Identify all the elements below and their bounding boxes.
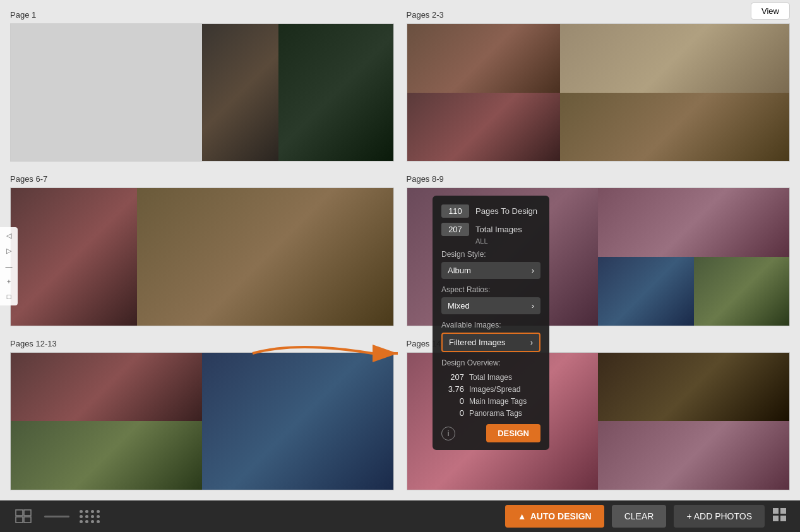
pages1415-img-bot[interactable] xyxy=(598,421,789,490)
dot-12 xyxy=(97,520,100,523)
pages23-section: Pages 2-3 xyxy=(407,10,791,162)
dot-10 xyxy=(85,520,88,523)
pages67-img-left[interactable] xyxy=(11,188,137,325)
dot-4 xyxy=(97,510,100,513)
dot-2 xyxy=(85,510,88,513)
sidebar-icon-1[interactable]: ◁ xyxy=(3,230,15,242)
sidebar-icon-2[interactable]: ▷ xyxy=(3,245,15,257)
pages89-label: Pages 8-9 xyxy=(407,174,791,184)
pages23-img-party[interactable] xyxy=(560,93,789,162)
bottom-toolbar: ▲ AUTO DESIGN CLEAR + ADD PHOTOS xyxy=(0,500,800,532)
toolbar-left xyxy=(13,507,100,526)
page1-left-blank xyxy=(11,24,202,161)
pages-to-design-label: Pages To Design xyxy=(475,206,537,216)
svg-rect-1 xyxy=(16,510,23,516)
pages23-left xyxy=(407,24,560,161)
overview-row-2: 0 Main Image Tags xyxy=(441,396,540,406)
total-images-input[interactable] xyxy=(441,223,469,236)
add-photos-button[interactable]: + ADD PHOTOS xyxy=(674,505,765,528)
aspect-ratios-section-label: Aspect Ratios: xyxy=(441,285,540,294)
clear-button[interactable]: CLEAR xyxy=(612,505,667,528)
overview-num-0: 207 xyxy=(441,372,464,382)
dot-1 xyxy=(80,510,83,513)
dot-8 xyxy=(97,515,100,518)
pages67-img-right[interactable] xyxy=(137,188,393,325)
overview-text-0: Total Images xyxy=(469,373,512,382)
pages23-img-feet[interactable] xyxy=(407,24,560,93)
overview-num-2: 0 xyxy=(441,396,464,406)
design-style-dropdown[interactable]: Album › xyxy=(441,262,540,279)
sidebar-icon-4[interactable]: + xyxy=(3,275,15,288)
aspect-ratios-value: Mixed xyxy=(448,301,470,310)
available-images-value: Filtered Images xyxy=(449,338,506,347)
info-icon[interactable]: i xyxy=(441,427,455,440)
svg-rect-2 xyxy=(24,510,31,516)
main-content: Page 1 Pages 2-3 Pages 6-7 xyxy=(0,0,800,500)
pages-to-design-input[interactable] xyxy=(441,204,469,218)
overview-text-2: Main Image Tags xyxy=(469,397,527,406)
pages67-spread[interactable] xyxy=(10,187,394,326)
design-button[interactable]: DESIGN xyxy=(486,424,540,442)
dot-3 xyxy=(91,510,94,513)
pages67-label: Pages 6-7 xyxy=(10,174,394,184)
design-style-arrow: › xyxy=(532,266,534,275)
auto-design-label: AUTO DESIGN xyxy=(530,511,592,521)
pages23-img-room[interactable] xyxy=(560,24,789,93)
dot-9 xyxy=(80,520,83,523)
total-images-label: Total Images xyxy=(475,225,522,234)
pages1213-img-right[interactable] xyxy=(202,353,393,490)
svg-rect-4 xyxy=(24,517,31,523)
page1-img-ganesha[interactable] xyxy=(202,24,278,161)
pages67-section: Pages 6-7 xyxy=(10,174,394,326)
left-sidebar: ◁ ▷ — + □ xyxy=(0,227,18,305)
pages89-right-bot xyxy=(598,257,789,326)
popup-panel: Pages To Design Total Images ALL Design … xyxy=(433,196,549,450)
svg-rect-7 xyxy=(773,516,779,521)
available-images-dropdown[interactable]: Filtered Images › xyxy=(441,333,540,352)
toolbar-layout-icon[interactable] xyxy=(13,507,34,526)
auto-design-icon: ▲ xyxy=(518,511,527,521)
dot-6 xyxy=(85,515,88,518)
overview-num-3: 0 xyxy=(441,408,464,418)
page1-img-tree[interactable] xyxy=(278,24,393,161)
pages89-right xyxy=(598,188,789,325)
auto-design-button[interactable]: ▲ AUTO DESIGN xyxy=(505,505,604,528)
sidebar-icon-5[interactable]: □ xyxy=(3,290,15,303)
design-style-value: Album xyxy=(448,266,471,275)
design-overview-label: Design Overview: xyxy=(441,358,540,367)
grid-icon-svg xyxy=(772,507,787,523)
svg-rect-3 xyxy=(16,517,23,523)
pages1213-spread[interactable] xyxy=(10,352,394,490)
pages89-img-bot-left[interactable] xyxy=(598,257,693,326)
overview-row-0: 207 Total Images xyxy=(441,372,540,382)
popup-footer: i DESIGN xyxy=(441,424,540,442)
pages89-img-top[interactable] xyxy=(598,188,789,257)
page1-spread[interactable] xyxy=(10,23,394,162)
pages23-label: Pages 2-3 xyxy=(407,10,791,20)
svg-rect-5 xyxy=(773,508,779,514)
svg-rect-8 xyxy=(780,516,786,521)
overview-row-1: 3.76 Images/Spread xyxy=(441,384,540,394)
pages89-img-bot-right[interactable] xyxy=(694,257,789,326)
aspect-ratios-dropdown[interactable]: Mixed › xyxy=(441,297,540,314)
pages1415-img-top[interactable] xyxy=(598,353,789,422)
available-images-section-label: Available Images: xyxy=(441,321,540,329)
grid-view-button[interactable] xyxy=(772,507,787,526)
popup-images-row: Total Images xyxy=(441,223,540,236)
sidebar-icon-3[interactable]: — xyxy=(3,260,15,273)
design-style-section-label: Design Style: xyxy=(441,250,540,259)
pages1213-left xyxy=(11,353,202,490)
pages23-spread[interactable] xyxy=(407,23,791,162)
pages23-img-women[interactable] xyxy=(407,93,560,162)
pages23-right xyxy=(560,24,789,161)
dot-5 xyxy=(80,515,83,518)
toolbar-dots-grid xyxy=(80,510,100,523)
overview-text-3: Panorama Tags xyxy=(469,409,522,418)
pages1213-img-bot-left[interactable] xyxy=(11,421,202,490)
page1-right xyxy=(202,24,393,161)
overview-row-3: 0 Panorama Tags xyxy=(441,408,540,418)
layout-icon-svg xyxy=(15,509,32,523)
toolbar-right: ▲ AUTO DESIGN CLEAR + ADD PHOTOS xyxy=(505,505,787,528)
dot-7 xyxy=(91,515,94,518)
pages1213-img-top-left[interactable] xyxy=(11,353,202,422)
